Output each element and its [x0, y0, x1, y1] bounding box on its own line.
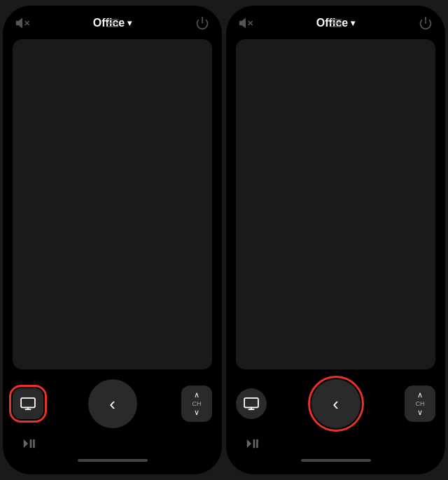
svg-line-2 — [25, 22, 29, 25]
left-power-icon[interactable] — [192, 13, 212, 33]
left-home-indicator — [78, 459, 148, 462]
left-title[interactable]: Office ▾ — [93, 17, 132, 29]
left-mute-icon[interactable] — [13, 13, 32, 33]
left-ch-up-arrow: ∧ — [194, 390, 200, 400]
right-play-pause-button[interactable] — [237, 434, 265, 453]
left-chevron-icon: ▾ — [127, 18, 132, 28]
right-back-button[interactable]: ‹ — [312, 379, 360, 428]
svg-line-13 — [248, 22, 252, 25]
right-bottom-row — [236, 434, 435, 453]
left-ch-label: CH — [192, 400, 202, 407]
svg-line-12 — [248, 22, 252, 25]
left-phone-panel: Office ▾ ‹ — [3, 6, 222, 474]
right-title-text: Office — [316, 17, 348, 29]
right-controls: ‹ ∧ CH ∨ — [236, 379, 435, 428]
svg-rect-9 — [30, 439, 32, 448]
left-controls: ‹ ∧ CH ∨ — [13, 379, 212, 428]
svg-marker-8 — [24, 439, 28, 448]
svg-line-1 — [25, 22, 29, 25]
svg-marker-11 — [240, 19, 246, 27]
right-ch-label: CH — [416, 400, 425, 407]
right-chevron-icon: ▾ — [351, 18, 355, 28]
left-bottom-row — [13, 434, 212, 453]
right-tv-button[interactable] — [236, 388, 267, 419]
svg-marker-0 — [17, 19, 22, 27]
left-ch-group: ∧ CH ∨ — [181, 386, 212, 422]
svg-rect-7 — [21, 398, 35, 408]
svg-rect-10 — [33, 439, 35, 448]
right-home-indicator — [301, 459, 371, 462]
left-title-text: Office — [93, 17, 125, 29]
right-mute-icon[interactable] — [236, 13, 255, 33]
right-tv-screen[interactable] — [236, 39, 435, 369]
left-back-button[interactable]: ‹ — [88, 379, 137, 428]
left-ch-up-button[interactable]: ∧ CH ∨ — [181, 386, 212, 422]
right-power-icon[interactable] — [416, 13, 435, 33]
right-phone-panel: Office ▾ ‹ — [226, 6, 445, 474]
left-tv-button[interactable] — [13, 388, 43, 419]
right-title[interactable]: Office ▾ — [316, 17, 355, 29]
svg-rect-20 — [253, 439, 255, 448]
right-ch-down-arrow: ∨ — [417, 408, 423, 417]
svg-rect-18 — [244, 398, 258, 408]
left-header: Office ▾ — [13, 17, 212, 29]
svg-marker-19 — [247, 439, 251, 448]
right-ch-up-button[interactable]: ∧ CH ∨ — [405, 386, 435, 422]
left-ch-down-arrow: ∨ — [194, 408, 200, 417]
svg-rect-21 — [256, 439, 258, 448]
right-ch-group: ∧ CH ∨ — [405, 386, 435, 422]
left-tv-screen[interactable] — [13, 39, 212, 369]
left-play-pause-button[interactable] — [14, 434, 42, 453]
right-header: Office ▾ — [236, 17, 435, 29]
right-ch-up-arrow: ∧ — [417, 390, 423, 400]
